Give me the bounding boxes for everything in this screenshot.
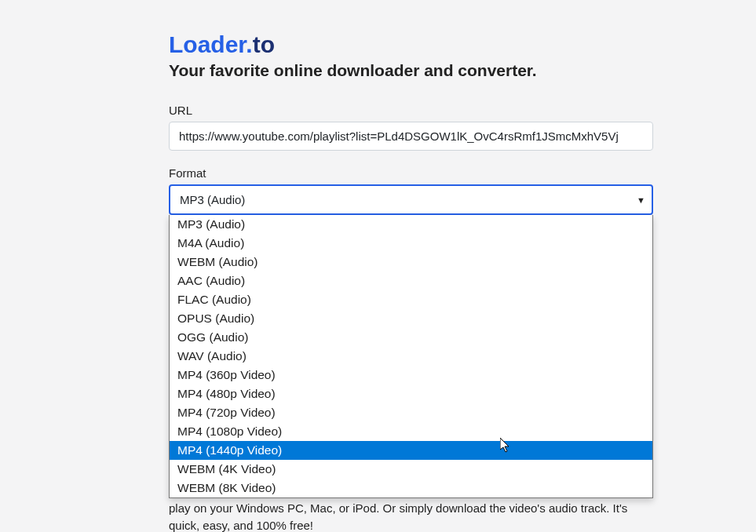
dropdown-option[interactable]: WEBM (8K Video) bbox=[170, 479, 652, 497]
format-select[interactable]: MP3 (Audio) bbox=[169, 184, 653, 215]
dropdown-option[interactable]: WEBM (4K Video) bbox=[170, 460, 652, 479]
dropdown-option[interactable]: MP4 (720p Video) bbox=[170, 403, 652, 422]
logo-primary: Loader. bbox=[169, 31, 253, 57]
dropdown-option[interactable]: WEBM (Audio) bbox=[170, 253, 652, 271]
format-dropdown: MP3 (Audio)M4A (Audio)WEBM (Audio)AAC (A… bbox=[169, 215, 653, 498]
dropdown-option[interactable]: OGG (Audio) bbox=[170, 328, 652, 347]
url-label: URL bbox=[169, 104, 653, 117]
dropdown-option[interactable]: FLAC (Audio) bbox=[170, 290, 652, 309]
dropdown-option[interactable]: MP4 (1080p Video) bbox=[170, 422, 652, 441]
dropdown-option[interactable]: MP4 (360p Video) bbox=[170, 366, 652, 384]
subtitle: Your favorite online downloader and conv… bbox=[169, 61, 653, 80]
format-label: Format bbox=[169, 166, 653, 180]
dropdown-option[interactable]: OPUS (Audio) bbox=[170, 309, 652, 328]
dropdown-option[interactable]: M4A (Audio) bbox=[170, 234, 652, 253]
dropdown-option[interactable]: AAC (Audio) bbox=[170, 271, 652, 290]
url-input[interactable] bbox=[169, 122, 653, 151]
dropdown-option[interactable]: MP4 (1440p Video) bbox=[170, 441, 652, 460]
logo-secondary: to bbox=[253, 31, 275, 57]
logo[interactable]: Loader.to bbox=[169, 31, 653, 58]
dropdown-option[interactable]: WAV (Audio) bbox=[170, 347, 652, 366]
dropdown-option[interactable]: MP4 (480p Video) bbox=[170, 384, 652, 403]
dropdown-option[interactable]: MP3 (Audio) bbox=[170, 215, 652, 234]
